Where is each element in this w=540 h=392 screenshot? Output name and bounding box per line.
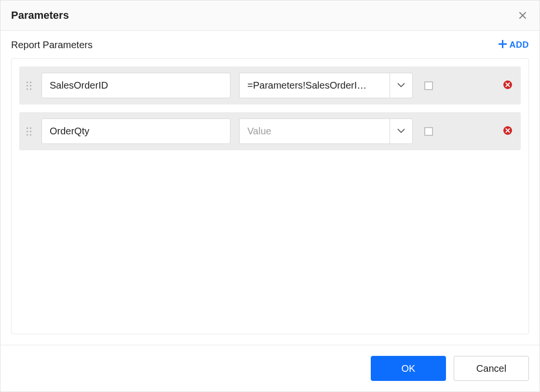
parameter-value-input[interactable] bbox=[239, 73, 390, 98]
parameter-row bbox=[19, 112, 521, 150]
parameter-value-combo bbox=[239, 118, 413, 144]
svg-point-5 bbox=[30, 88, 31, 90]
chevron-down-icon bbox=[397, 128, 405, 135]
plus-icon bbox=[499, 40, 507, 51]
dialog-footer: OK Cancel bbox=[0, 345, 540, 392]
parameter-row bbox=[19, 66, 521, 105]
svg-point-2 bbox=[27, 85, 28, 86]
close-button[interactable] bbox=[516, 9, 529, 22]
delete-parameter-button[interactable] bbox=[503, 126, 512, 136]
ok-button[interactable]: OK bbox=[371, 356, 446, 381]
parameter-value-input[interactable] bbox=[239, 118, 390, 144]
add-button[interactable]: ADD bbox=[499, 40, 529, 51]
drag-handle-icon[interactable] bbox=[24, 127, 33, 136]
section-subheader: Report Parameters ADD bbox=[11, 39, 529, 51]
svg-point-4 bbox=[27, 88, 28, 90]
svg-point-0 bbox=[27, 81, 28, 83]
section-subtitle: Report Parameters bbox=[11, 39, 93, 51]
svg-point-10 bbox=[30, 131, 31, 132]
svg-point-8 bbox=[30, 127, 31, 129]
parameter-value-combo bbox=[239, 73, 413, 98]
parameter-value-dropdown[interactable] bbox=[390, 73, 413, 98]
svg-point-12 bbox=[30, 134, 31, 135]
delete-icon bbox=[503, 80, 512, 91]
delete-parameter-button[interactable] bbox=[503, 80, 512, 91]
cancel-button[interactable]: Cancel bbox=[454, 356, 529, 381]
chevron-down-icon bbox=[397, 82, 405, 89]
svg-point-1 bbox=[30, 81, 31, 83]
parameter-checkbox[interactable] bbox=[424, 81, 433, 90]
svg-point-3 bbox=[30, 85, 31, 86]
svg-point-9 bbox=[27, 131, 28, 132]
parameter-checkbox[interactable] bbox=[424, 127, 433, 136]
drag-handle-icon[interactable] bbox=[24, 81, 33, 91]
dialog-header: Parameters bbox=[0, 0, 540, 31]
dialog-title: Parameters bbox=[11, 9, 69, 22]
parameter-list bbox=[11, 58, 529, 334]
svg-point-7 bbox=[27, 127, 28, 129]
delete-icon bbox=[503, 126, 512, 136]
parameter-name-input[interactable] bbox=[41, 118, 230, 144]
parameter-value-dropdown[interactable] bbox=[390, 118, 413, 144]
parameter-name-input[interactable] bbox=[41, 73, 230, 98]
dialog-body: Report Parameters ADD bbox=[0, 31, 540, 345]
add-button-label: ADD bbox=[510, 40, 529, 50]
parameters-dialog: Parameters Report Parameters ADD bbox=[0, 0, 540, 392]
svg-point-11 bbox=[27, 134, 28, 135]
